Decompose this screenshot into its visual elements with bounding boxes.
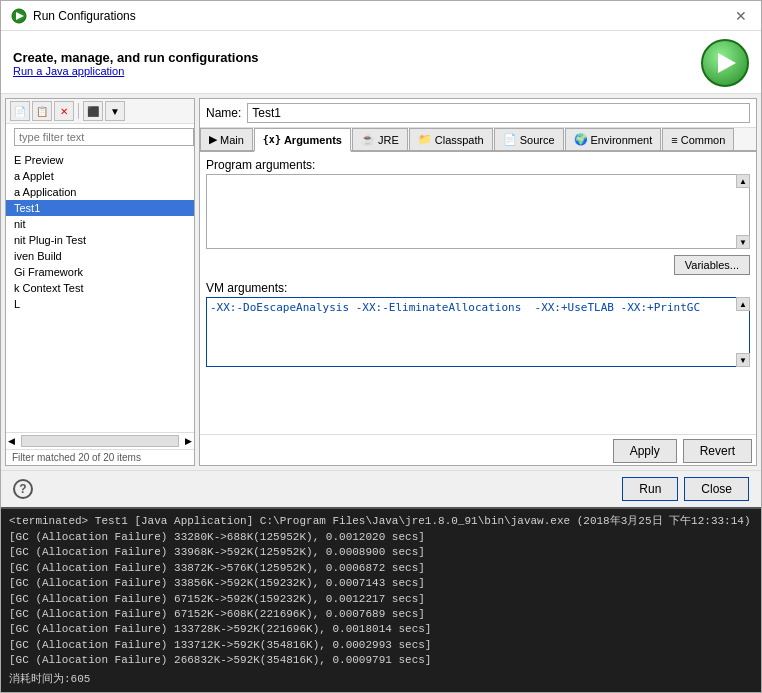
arguments-tab-label: Arguments: [284, 134, 342, 146]
tabs-row: ▶ Main {x} Arguments ☕ JRE 📁 Classpath 📄: [200, 128, 756, 152]
filter-input[interactable]: [14, 128, 194, 146]
jre-tab-icon: ☕: [361, 133, 375, 146]
filter-btn[interactable]: ⬛: [83, 101, 103, 121]
left-toolbar: 📄 📋 ✕ ⬛ ▼: [6, 99, 194, 124]
classpath-tab-icon: 📁: [418, 133, 432, 146]
help-icon[interactable]: ?: [13, 479, 33, 499]
tab-content-arguments: Program arguments: ▲ ▼ Variables... VM a…: [200, 152, 756, 434]
action-row: Apply Revert: [200, 434, 756, 465]
name-label: Name:: [206, 106, 241, 120]
program-args-area: ▲ ▼: [206, 174, 750, 249]
config-tree: E Preview a Applet a Application Test1 n…: [6, 150, 194, 432]
left-panel: 📄 📋 ✕ ⬛ ▼ E Preview a Applet a Applicati…: [5, 98, 195, 466]
console-line-5: [GC (Allocation Failure) 67152K->592K(15…: [9, 592, 753, 607]
run-java-link[interactable]: Run a Java application: [13, 65, 259, 77]
console-line-1: [GC (Allocation Failure) 33280K->688K(12…: [9, 530, 753, 545]
main-tab[interactable]: ▶ Main: [200, 128, 253, 150]
program-args-label: Program arguments:: [206, 158, 750, 172]
vm-args-area: ▲ ▼: [206, 297, 750, 367]
scroll-right-arrow[interactable]: ▶: [183, 436, 194, 446]
prog-scroll-down[interactable]: ▼: [736, 235, 750, 249]
filter-area: [6, 124, 194, 150]
header-text: Create, manage, and run configurations R…: [13, 50, 259, 77]
run-triangle-icon: [718, 53, 736, 73]
vm-args-scrollbar: ▲ ▼: [736, 297, 750, 367]
new-config-btn[interactable]: 📄: [10, 101, 30, 121]
main-tab-icon: ▶: [209, 133, 217, 146]
tree-item-nit-plugin[interactable]: nit Plug-in Test: [6, 232, 194, 248]
console-line-7: [GC (Allocation Failure) 133728K->592K(2…: [9, 622, 753, 637]
console-line-9: [GC (Allocation Failure) 266832K->592K(3…: [9, 653, 753, 668]
common-tab[interactable]: ≡ Common: [662, 128, 734, 150]
classpath-tab-label: Classpath: [435, 134, 484, 146]
tree-item-test1[interactable]: Test1: [6, 200, 194, 216]
header-section: Create, manage, and run configurations R…: [1, 31, 761, 94]
tree-item-context-test[interactable]: k Context Test: [6, 280, 194, 296]
console-header: <terminated> Test1 [Java Application] C:…: [9, 513, 753, 528]
scroll-bar-horizontal[interactable]: [21, 435, 179, 447]
console-line-6: [GC (Allocation Failure) 67152K->608K(22…: [9, 607, 753, 622]
console-footer: 消耗时间为:605: [9, 671, 753, 686]
run-configurations-window: Run Configurations ✕ Create, manage, and…: [0, 0, 762, 693]
variables-button[interactable]: Variables...: [674, 255, 750, 275]
close-button[interactable]: Close: [684, 477, 749, 501]
tree-item-application[interactable]: a Application: [6, 184, 194, 200]
collapse-btn[interactable]: ▼: [105, 101, 125, 121]
title-bar: Run Configurations ✕: [1, 1, 761, 31]
title-bar-left: Run Configurations: [11, 8, 136, 24]
name-input[interactable]: [247, 103, 750, 123]
vm-args-input[interactable]: [206, 297, 750, 367]
classpath-tab[interactable]: 📁 Classpath: [409, 128, 493, 150]
filter-matched-text: Filter matched 20 of 20 items: [6, 449, 194, 465]
source-tab-label: Source: [520, 134, 555, 146]
header-title: Create, manage, and run configurations: [13, 50, 259, 65]
console-area: <terminated> Test1 [Java Application] C:…: [1, 507, 761, 692]
arguments-tab[interactable]: {x} Arguments: [254, 128, 351, 152]
prog-scroll-up[interactable]: ▲: [736, 174, 750, 188]
window-close-button[interactable]: ✕: [731, 8, 751, 24]
tree-scroll-area: ◀ ▶: [6, 432, 194, 449]
name-row: Name:: [200, 99, 756, 128]
console-line-3: [GC (Allocation Failure) 33872K->576K(12…: [9, 561, 753, 576]
right-panel: Name: ▶ Main {x} Arguments ☕ JRE 📁: [199, 98, 757, 466]
vm-args-label: VM arguments:: [206, 281, 750, 295]
main-content: 📄 📋 ✕ ⬛ ▼ E Preview a Applet a Applicati…: [1, 94, 761, 470]
console-line-4: [GC (Allocation Failure) 33856K->592K(15…: [9, 576, 753, 591]
tree-item-gi-framework[interactable]: Gi Framework: [6, 264, 194, 280]
toolbar-sep: [78, 103, 79, 119]
source-tab[interactable]: 📄 Source: [494, 128, 564, 150]
tree-item-l[interactable]: L: [6, 296, 194, 312]
source-tab-icon: 📄: [503, 133, 517, 146]
vm-scroll-up[interactable]: ▲: [736, 297, 750, 311]
common-tab-label: Common: [681, 134, 726, 146]
main-tab-label: Main: [220, 134, 244, 146]
bottom-row: ? Run Close: [1, 470, 761, 507]
jre-tab[interactable]: ☕ JRE: [352, 128, 408, 150]
window-title: Run Configurations: [33, 9, 136, 23]
console-lines: [GC (Allocation Failure) 33280K->688K(12…: [9, 530, 753, 669]
program-args-scrollbar: ▲ ▼: [736, 174, 750, 249]
program-args-input[interactable]: [206, 174, 750, 249]
run-button-circle[interactable]: [701, 39, 749, 87]
copy-config-btn[interactable]: 📋: [32, 101, 52, 121]
console-line-8: [GC (Allocation Failure) 133712K->592K(3…: [9, 638, 753, 653]
bottom-buttons: Run Close: [622, 477, 749, 501]
scroll-left-arrow[interactable]: ◀: [6, 436, 17, 446]
tree-item-epreview[interactable]: E Preview: [6, 152, 194, 168]
arguments-tab-icon: {x}: [263, 134, 281, 145]
environment-tab[interactable]: 🌍 Environment: [565, 128, 662, 150]
environment-tab-icon: 🌍: [574, 133, 588, 146]
delete-config-btn[interactable]: ✕: [54, 101, 74, 121]
run-button[interactable]: Run: [622, 477, 678, 501]
revert-button[interactable]: Revert: [683, 439, 752, 463]
environment-tab-label: Environment: [591, 134, 653, 146]
common-tab-icon: ≡: [671, 134, 677, 146]
vm-scroll-down[interactable]: ▼: [736, 353, 750, 367]
tree-item-applet[interactable]: a Applet: [6, 168, 194, 184]
tree-item-nit[interactable]: nit: [6, 216, 194, 232]
tree-item-maven-build[interactable]: iven Build: [6, 248, 194, 264]
console-line-2: [GC (Allocation Failure) 33968K->592K(12…: [9, 545, 753, 560]
program-args-section: Program arguments: ▲ ▼: [206, 158, 750, 249]
apply-button[interactable]: Apply: [613, 439, 677, 463]
run-config-icon: [11, 8, 27, 24]
